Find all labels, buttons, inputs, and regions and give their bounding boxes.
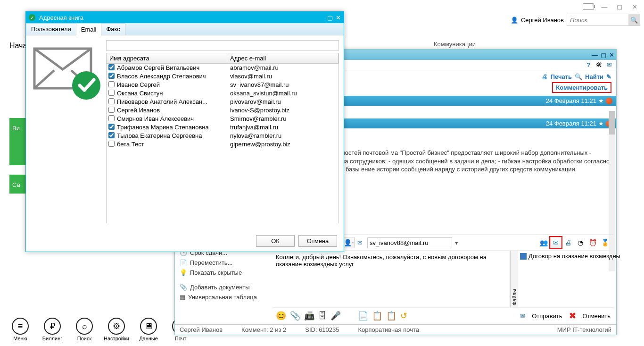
addr-row[interactable]: бета Тестgipernew@prostoy.biz xyxy=(107,140,339,149)
addr-email: abramov@mail.ru xyxy=(227,64,339,72)
award-icon[interactable]: 🏅 xyxy=(599,237,611,248)
mail-maximize-icon[interactable]: ▢ xyxy=(601,51,606,59)
addr-checkbox[interactable] xyxy=(108,64,115,70)
dock-mail-label: Почт xyxy=(175,336,187,341)
remove-user-icon[interactable]: 👤- xyxy=(343,237,355,248)
addr-checkbox[interactable] xyxy=(108,124,115,130)
emoji-icon[interactable]: 😊 xyxy=(276,311,286,321)
addr-checkbox[interactable] xyxy=(108,90,115,96)
left-fragment-start: Нача xyxy=(9,42,27,50)
col-email-header[interactable]: Адрес e-mail xyxy=(227,53,339,63)
tab-users[interactable]: Пользователи xyxy=(26,23,76,35)
addr-titlebar[interactable]: ✓ Адресная книга ▢ ✕ xyxy=(26,12,344,23)
table-icon: ▦ xyxy=(180,294,185,301)
user-name[interactable]: Сергей Иванов xyxy=(521,17,564,24)
mail-close-icon[interactable]: ✕ xyxy=(609,51,614,59)
close-icon[interactable]: ✕ xyxy=(630,2,639,11)
addr-close-icon[interactable]: ✕ xyxy=(336,14,341,21)
addr-name: Пивоваров Анатолий Алексан... xyxy=(116,98,227,106)
side-show-hidden[interactable]: 💡Показать скрытые xyxy=(178,268,272,278)
addr-name: Власов Александр Степанович xyxy=(116,73,227,80)
col-name-header[interactable]: Имя адресата xyxy=(107,53,227,63)
task-side-menu: 🕒Срок сдачи... 📄Переместить... 💡Показать… xyxy=(178,248,272,302)
scrollbar-thumb[interactable] xyxy=(609,111,615,135)
files-tab[interactable]: Файлы xyxy=(510,251,518,307)
envelope-small-icon: ✉ xyxy=(357,239,363,246)
doc-icon[interactable]: 📄 xyxy=(358,311,368,321)
dock-search[interactable]: ⌕Поиск xyxy=(73,318,96,341)
mic-icon[interactable]: 🎤 xyxy=(330,311,341,321)
left-green-2-label: Са xyxy=(12,181,20,188)
addr-row[interactable]: Тылова Екатерина Сергеевнаnylova@rambler… xyxy=(107,132,339,140)
minimize-icon[interactable]: — xyxy=(600,2,609,11)
addr-row[interactable]: Пивоваров Анатолий Алексан...pivovarov@m… xyxy=(107,98,339,106)
envelope-icon[interactable]: ✉ xyxy=(605,61,613,69)
scan-icon[interactable]: 📠 xyxy=(304,311,314,321)
dock-settings[interactable]: ⚙Настройки xyxy=(105,318,128,341)
help-icon[interactable]: ? xyxy=(584,61,593,69)
left-green-1-label: Ви xyxy=(12,125,20,132)
copy-icon[interactable]: 📋 xyxy=(372,311,382,321)
compose-textarea[interactable] xyxy=(273,251,510,307)
dock-data-label: Данные xyxy=(139,336,158,341)
status-corp: Корпоративная почта xyxy=(358,326,419,333)
left-green-2[interactable]: Са xyxy=(9,175,25,194)
find-button[interactable]: Найти xyxy=(585,73,603,80)
addr-checkbox[interactable] xyxy=(108,132,115,138)
search-input[interactable] xyxy=(567,15,628,25)
db-icon[interactable]: 🗄 xyxy=(318,311,327,321)
ok-button[interactable]: ОК xyxy=(256,235,295,247)
pie-icon[interactable]: ◔ xyxy=(575,237,586,248)
address-book-dialog: ✓ Адресная книга ▢ ✕ Пользователи Email … xyxy=(25,11,344,252)
addr-email: Smirnov@rambler.ru xyxy=(227,115,339,123)
addr-row[interactable]: Власов Александр Степановичvlasov@mail.r… xyxy=(107,72,339,81)
send-button[interactable]: Отправить xyxy=(532,312,562,320)
global-search: 🔍 xyxy=(567,14,640,26)
search-button[interactable]: 🔍 xyxy=(628,14,640,25)
compose-address-input[interactable] xyxy=(367,237,452,248)
addr-row[interactable]: Абрамов Сергей Витальевичabramov@mail.ru xyxy=(107,64,339,72)
addr-maximize-icon[interactable]: ▢ xyxy=(327,14,333,21)
addr-search-input[interactable] xyxy=(108,42,337,49)
addr-row[interactable]: Оксана Свистунoksana_svistun@mail.ru xyxy=(107,89,339,98)
addr-checkbox[interactable] xyxy=(108,98,115,104)
dock-menu[interactable]: ≡Меню xyxy=(8,318,32,341)
file-item[interactable]: Договор на оказание возмездны xyxy=(520,253,620,260)
dock-billing[interactable]: ₽Биллинг xyxy=(41,318,64,341)
cancel-button[interactable]: Отменить xyxy=(583,312,611,320)
addr-row[interactable]: Смирнов Иван АлексеевичSmirnov@rambler.r… xyxy=(107,115,339,123)
mail-send-icon[interactable]: ✉ xyxy=(550,237,561,248)
addr-row[interactable]: Трифанова Марина Степановнаtrufanjva@mai… xyxy=(107,123,339,132)
tools-icon[interactable]: 🛠 xyxy=(594,61,603,69)
addr-checkbox[interactable] xyxy=(108,115,115,121)
mail-minimize-icon[interactable]: — xyxy=(592,51,598,59)
addr-checkbox[interactable] xyxy=(108,73,115,79)
star-icon[interactable]: ★ xyxy=(598,120,604,127)
star-icon[interactable]: ★ xyxy=(598,97,604,104)
dock-data[interactable]: 🖥Данные xyxy=(137,318,160,341)
dropdown-icon[interactable]: ▾ xyxy=(453,239,460,246)
addr-checkbox[interactable] xyxy=(108,141,115,147)
comment-button[interactable]: Комментировать xyxy=(552,82,611,93)
maximize-icon[interactable]: ▢ xyxy=(615,2,624,11)
tab-email[interactable]: Email xyxy=(76,24,102,35)
users-icon[interactable]: 👥 xyxy=(538,237,549,248)
addr-row[interactable]: Иванов Сергейsv_ivanov87@mail.ru xyxy=(107,81,339,89)
left-green-1[interactable]: Ви xyxy=(9,118,25,165)
side-move[interactable]: 📄Переместить... xyxy=(178,258,272,268)
addr-row[interactable]: Сергей Ивановivanov-S@prostoy.biz xyxy=(107,106,339,115)
cancel-button[interactable]: Отмена xyxy=(298,235,337,247)
alarm-icon[interactable]: ⏰ xyxy=(587,237,598,248)
print-icon[interactable]: 🖨 xyxy=(562,237,574,248)
addr-checkbox[interactable] xyxy=(108,107,115,113)
side-add-docs[interactable]: 📎Добавить документы xyxy=(178,282,272,292)
paste-icon[interactable]: 📋 xyxy=(386,311,396,321)
print-button[interactable]: Печать xyxy=(551,73,572,80)
clip-icon[interactable]: 📎 xyxy=(290,311,300,321)
side-table[interactable]: ▦Универсальная таблица xyxy=(178,292,272,302)
undo-icon[interactable]: ↺ xyxy=(400,311,407,321)
globe-icon[interactable] xyxy=(606,98,612,104)
addr-title: Адресная книга xyxy=(39,14,83,21)
tab-fax[interactable]: Факс xyxy=(101,23,125,35)
addr-checkbox[interactable] xyxy=(108,81,115,87)
